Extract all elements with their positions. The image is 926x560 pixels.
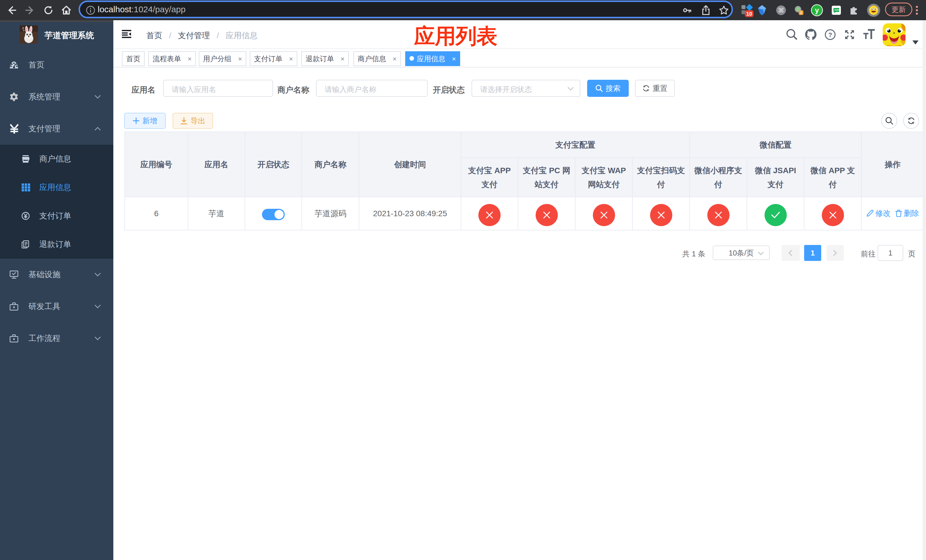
- svg-text:1: 1: [800, 11, 802, 15]
- svg-text:y: y: [815, 6, 819, 14]
- svg-text:10: 10: [746, 11, 752, 17]
- svg-text:⌘: ⌘: [778, 7, 784, 14]
- svg-text:?: ?: [828, 31, 832, 38]
